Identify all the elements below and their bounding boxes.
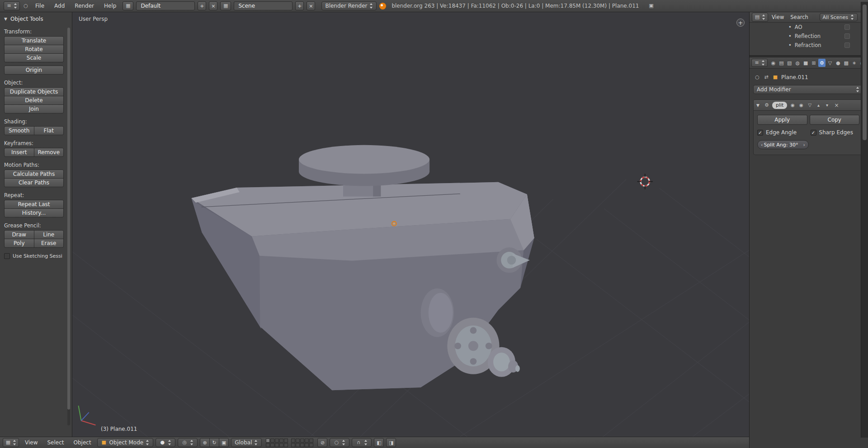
translate-manipulator-toggle[interactable]: ⊕ (200, 438, 210, 447)
delete-layout-button[interactable]: × (209, 1, 217, 10)
lock-to-scene-toggle[interactable]: ⊘ (317, 438, 327, 447)
edge-angle-toggle[interactable]: ✓ Edge Angle (757, 129, 811, 136)
collapse-icon[interactable]: ▼ (756, 103, 761, 108)
properties-scrollbar[interactable] (861, 2, 868, 438)
tool-shelf-scrollbar[interactable] (67, 28, 70, 425)
tab-object-data[interactable]: ▽ (826, 59, 834, 67)
increment-arrow-icon[interactable]: › (803, 142, 805, 148)
layer-toggle[interactable] (266, 439, 270, 443)
repeat-last-button[interactable]: Repeat Last (4, 200, 64, 209)
tab-modifiers[interactable]: ⚙ (818, 59, 826, 67)
outliner-editor-type-button[interactable]: ▤ (752, 13, 768, 22)
scale-button[interactable]: Scale (4, 53, 64, 62)
layer-toggle[interactable] (270, 443, 274, 447)
scene-browse-button[interactable]: ▦ (220, 1, 231, 10)
layer-toggle[interactable] (279, 439, 283, 443)
flat-button[interactable]: Flat (34, 126, 64, 135)
layer-toggle[interactable] (266, 443, 270, 447)
layer-toggle[interactable] (291, 439, 295, 443)
duplicate-objects-button[interactable]: Duplicate Objects (4, 87, 64, 96)
layer-toggle[interactable] (284, 443, 288, 447)
render-visibility-toggle[interactable]: ◉ (789, 103, 796, 108)
viewport-3d[interactable]: User Persp (3) Plane.011 + (72, 12, 749, 437)
layer-toggle[interactable] (275, 443, 279, 447)
restrict-toggle-icon[interactable] (844, 24, 850, 30)
decrement-arrow-icon[interactable]: ‹ (761, 142, 763, 148)
layer-toggle[interactable] (296, 439, 300, 443)
add-scene-button[interactable]: + (295, 1, 304, 10)
layer-toggle[interactable] (275, 439, 279, 443)
copy-button[interactable]: Copy (810, 115, 860, 125)
layer-toggle[interactable] (279, 443, 283, 447)
outliner-item-reflection[interactable]: • Reflection (750, 32, 868, 41)
pivot-point-select[interactable]: ◎ (178, 438, 198, 447)
breadcrumb-object-name[interactable]: Plane.011 (781, 74, 808, 80)
tab-texture[interactable]: ▩ (842, 59, 850, 67)
outliner-item-ao[interactable]: • AO (750, 23, 868, 32)
modifier-name-field[interactable]: plit (772, 102, 787, 109)
delete-modifier-button[interactable]: × (833, 102, 840, 108)
mode-select[interactable]: ■ Object Mode (97, 438, 154, 447)
remove-keyframe-button[interactable]: Remove (34, 148, 64, 157)
info-editor-type-button[interactable]: ≡ (4, 1, 20, 10)
layer-toggle[interactable] (296, 443, 300, 447)
viewport-canvas[interactable] (72, 12, 749, 437)
snap-select[interactable]: ∩ (352, 438, 372, 447)
delete-scene-button[interactable]: × (307, 1, 315, 10)
outliner-display-filter-select[interactable]: All Scenes (820, 13, 858, 21)
restrict-toggle-icon[interactable] (844, 33, 850, 39)
join-button[interactable]: Join (4, 104, 64, 113)
viewport-editor-type-button[interactable]: ▦ (3, 438, 19, 447)
scene-name-field[interactable]: Scene (234, 1, 292, 10)
menu-object[interactable]: Object (70, 439, 95, 446)
screen-layout-browse-button[interactable]: ▦ (123, 1, 133, 10)
delete-button[interactable]: Delete (4, 96, 64, 105)
properties-editor-type-button[interactable]: ≡ (751, 59, 768, 67)
insert-keyframe-button[interactable]: Insert (4, 148, 34, 157)
window-icon[interactable]: ▣ (648, 3, 654, 9)
menu-add[interactable]: Add (51, 3, 68, 9)
add-layout-button[interactable]: + (198, 1, 206, 10)
proportional-edit-select[interactable]: ○ (330, 438, 349, 447)
tab-render[interactable]: ◉ (769, 59, 777, 67)
move-modifier-down-button[interactable]: ▾ (824, 103, 830, 108)
gp-line-button[interactable]: Line (34, 230, 64, 239)
tab-scene[interactable]: ▤ (778, 59, 785, 67)
layer-toggle[interactable] (300, 443, 304, 447)
opengl-render-button[interactable]: ◧ (374, 438, 384, 447)
layer-toggle[interactable] (300, 439, 304, 443)
render-engine-select[interactable]: Blender Render (321, 1, 377, 10)
layer-toggle[interactable] (305, 443, 309, 447)
pin-icon[interactable]: ○ (754, 74, 760, 80)
smooth-button[interactable]: Smooth (4, 126, 34, 135)
screen-layout-name-field[interactable]: Default (136, 1, 195, 10)
properties-region-expand-button[interactable]: + (736, 19, 745, 27)
translate-button[interactable]: Translate (4, 36, 64, 45)
blender-menu-icon[interactable]: ○ (23, 3, 29, 9)
menu-view[interactable]: View (21, 439, 41, 446)
tab-world[interactable]: ◍ (794, 59, 802, 67)
layer-toggle[interactable] (284, 439, 288, 443)
move-modifier-up-button[interactable]: ▴ (815, 103, 821, 108)
viewport-shading-select[interactable]: ● (156, 438, 175, 447)
tab-constraints[interactable]: ⊞ (810, 59, 818, 67)
menu-help[interactable]: Help (100, 3, 120, 9)
transform-orientation-select[interactable]: Global (231, 438, 262, 447)
outliner-menu-search[interactable]: Search (788, 14, 811, 20)
gp-draw-button[interactable]: Draw (4, 230, 34, 239)
apply-button[interactable]: Apply (757, 115, 807, 125)
split-angle-slider[interactable]: ‹ Split Ang: 30° › (757, 140, 809, 149)
clear-paths-button[interactable]: Clear Paths (4, 178, 64, 187)
editmode-visibility-toggle[interactable]: ▽ (807, 103, 813, 108)
use-sketching-toggle[interactable]: Use Sketching Sessi (4, 253, 68, 259)
menu-file[interactable]: File (32, 3, 48, 9)
gp-poly-button[interactable]: Poly (4, 239, 34, 248)
rotate-manipulator-toggle[interactable]: ↻ (209, 438, 219, 447)
history-button[interactable]: History... (4, 208, 64, 217)
outliner-item-refraction[interactable]: • Refraction (750, 41, 868, 50)
menu-render[interactable]: Render (71, 3, 98, 9)
layer-toggle[interactable] (309, 443, 313, 447)
tab-object[interactable]: ■ (802, 59, 810, 67)
rotate-button[interactable]: Rotate (4, 45, 64, 54)
scale-manipulator-toggle[interactable]: ▣ (219, 438, 229, 447)
